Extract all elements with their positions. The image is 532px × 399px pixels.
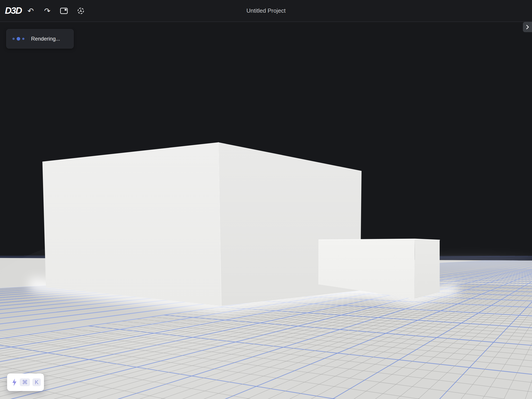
- app-window: { "app": { "logo_text": "D3D", "title": …: [0, 0, 532, 399]
- command-palette-hint[interactable]: ⌘ K: [7, 374, 44, 391]
- top-toolbar: D3D ↶ ↷ Untitled Project: [0, 0, 532, 22]
- box-large-face: [42, 142, 221, 306]
- focus-select-icon: [77, 7, 85, 15]
- loading-dots-icon: [13, 37, 25, 41]
- redo-button[interactable]: ↷: [43, 6, 52, 16]
- scene-canvas[interactable]: [0, 22, 532, 399]
- status-text: Rendering...: [31, 36, 60, 42]
- app-logo: D3D: [5, 5, 22, 16]
- box-large[interactable]: [42, 142, 361, 306]
- panel-layout-icon: [60, 8, 68, 14]
- redo-icon: ↷: [44, 7, 51, 15]
- panel-layout-button[interactable]: [59, 6, 69, 16]
- open-side-panel-button[interactable]: [523, 22, 532, 32]
- command-key: ⌘: [20, 378, 30, 386]
- focus-select-button[interactable]: [76, 6, 85, 16]
- chevron-right-icon: [526, 25, 529, 30]
- box-small-face: [414, 239, 440, 299]
- undo-button[interactable]: ↶: [26, 6, 35, 16]
- rendering-status-badge: Rendering...: [6, 29, 74, 49]
- undo-icon: ↶: [27, 7, 34, 15]
- scene-svg[interactable]: [0, 22, 532, 399]
- lightning-icon: [12, 378, 17, 387]
- k-key: K: [32, 378, 41, 386]
